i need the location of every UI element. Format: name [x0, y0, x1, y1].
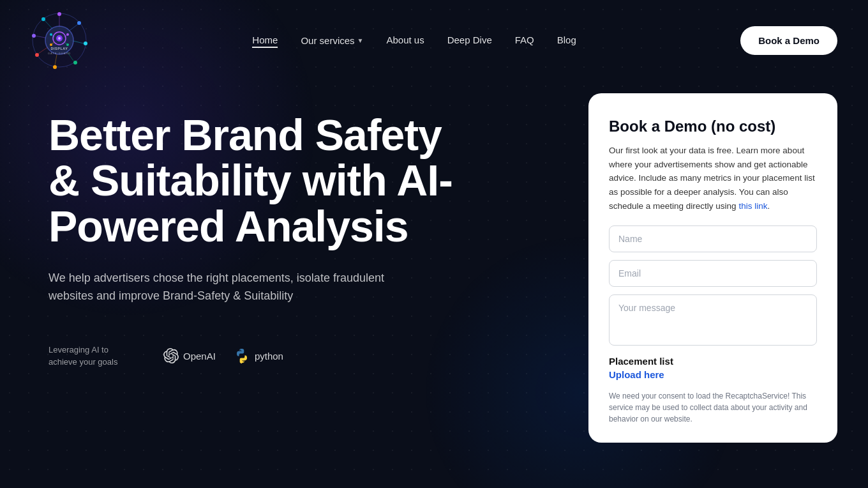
recaptcha-notice: We need your consent to load the Recaptc…	[609, 390, 817, 425]
services-chevron-icon: ▼	[357, 37, 364, 44]
svg-text:DISPLAY: DISPLAY	[51, 47, 68, 50]
nav-links: Home Our services ▼ About us Deep Dive F…	[252, 34, 576, 46]
svg-text:GATE GUARD: GATE GUARD	[48, 52, 71, 55]
openai-icon	[163, 348, 179, 363]
python-icon	[234, 347, 250, 364]
openai-label: OpenAI	[183, 351, 216, 362]
svg-point-20	[58, 37, 61, 40]
form-card: Book a Demo (no cost) Our first look at …	[588, 93, 837, 443]
hero-title: Better Brand Safety & Suitability with A…	[49, 112, 483, 249]
ai-label: Leveraging AI to achieve your goals	[49, 344, 138, 369]
upload-here-link[interactable]: Upload here	[609, 369, 664, 380]
main-content: Better Brand Safety & Suitability with A…	[0, 80, 868, 488]
svg-point-5	[53, 65, 57, 69]
svg-point-4	[73, 61, 77, 65]
python-logo: python	[234, 347, 283, 364]
email-input[interactable]	[609, 260, 817, 287]
nav-services[interactable]: Our services	[301, 35, 354, 46]
hero-subtitle: We help advertisers chose the right plac…	[49, 270, 406, 305]
this-link[interactable]: this link	[738, 201, 767, 211]
nav-blog[interactable]: Blog	[557, 34, 576, 45]
svg-point-3	[84, 42, 87, 45]
openai-logo: OpenAI	[163, 348, 216, 363]
python-label: python	[255, 351, 283, 362]
nav-faq[interactable]: FAQ	[515, 34, 534, 45]
message-input[interactable]	[609, 294, 817, 346]
name-input[interactable]	[609, 225, 817, 252]
hero-section: Better Brand Safety & Suitability with A…	[49, 93, 483, 369]
book-demo-nav-button[interactable]: Book a Demo	[740, 26, 837, 55]
logo[interactable]: DISPLAY GATE GUARD	[31, 11, 88, 69]
nav-about[interactable]: About us	[386, 34, 424, 45]
main-nav: DISPLAY GATE GUARD Home Our services ▼ A…	[0, 0, 868, 80]
ai-footer: Leveraging AI to achieve your goals Open…	[49, 344, 483, 369]
nav-deep-dive[interactable]: Deep Dive	[447, 34, 492, 45]
form-section: Book a Demo (no cost) Our first look at …	[588, 93, 837, 443]
ai-logos: OpenAI python	[163, 347, 283, 364]
nav-home[interactable]: Home	[252, 34, 278, 48]
form-title: Book a Demo (no cost)	[609, 116, 817, 136]
placement-label: Placement list	[609, 356, 817, 367]
svg-point-1	[57, 12, 61, 16]
form-description: Our first look at your data is free. Lea…	[609, 144, 817, 213]
